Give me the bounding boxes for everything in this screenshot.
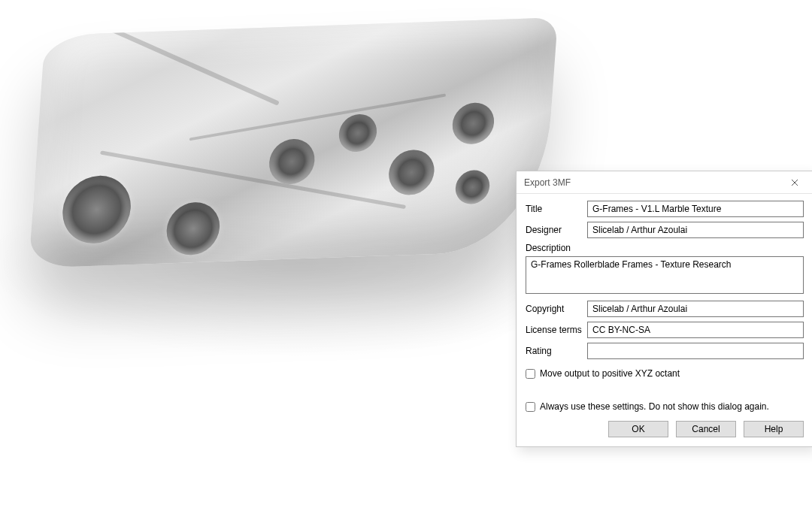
description-input[interactable] bbox=[526, 256, 804, 294]
license-input[interactable] bbox=[587, 322, 804, 338]
title-label: Title bbox=[526, 204, 587, 214]
description-label: Description bbox=[526, 243, 804, 253]
rating-label: Rating bbox=[526, 346, 587, 356]
cancel-button[interactable]: Cancel bbox=[676, 421, 736, 437]
designer-input[interactable] bbox=[587, 222, 804, 238]
help-button[interactable]: Help bbox=[744, 421, 804, 437]
close-button[interactable] bbox=[781, 174, 808, 192]
dialog-title: Export 3MF bbox=[524, 177, 781, 188]
ok-button[interactable]: OK bbox=[608, 421, 668, 437]
dialog-titlebar[interactable]: Export 3MF bbox=[517, 171, 812, 194]
move-output-checkbox[interactable] bbox=[526, 369, 535, 379]
designer-label: Designer bbox=[526, 225, 587, 235]
move-output-label: Move output to positive XYZ octant bbox=[540, 368, 680, 379]
copyright-label: Copyright bbox=[526, 304, 587, 314]
rendered-3d-model bbox=[29, 17, 558, 268]
dialog-form: Title Designer Description Copyright Lic… bbox=[517, 194, 812, 446]
always-use-checkbox[interactable] bbox=[526, 402, 535, 412]
close-icon bbox=[791, 179, 798, 186]
export-3mf-dialog: Export 3MF Title Designer Description Co… bbox=[516, 171, 812, 447]
title-input[interactable] bbox=[587, 201, 804, 217]
copyright-input[interactable] bbox=[587, 301, 804, 317]
always-use-label: Always use these settings. Do not show t… bbox=[540, 401, 769, 412]
license-label: License terms bbox=[526, 325, 587, 335]
rating-input[interactable] bbox=[587, 343, 804, 359]
